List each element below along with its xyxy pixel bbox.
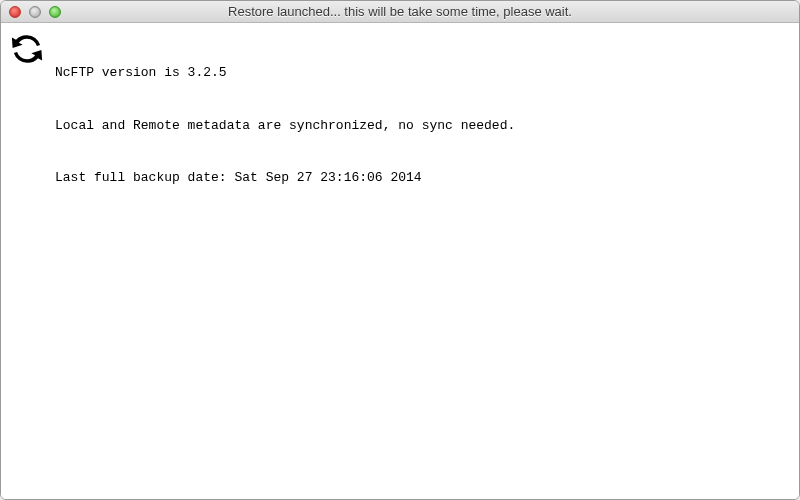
content-area: NcFTP version is 3.2.5 Local and Remote … [1, 23, 799, 499]
titlebar[interactable]: Restore launched... this will be take so… [1, 1, 799, 23]
window-title: Restore launched... this will be take so… [1, 4, 799, 19]
log-line: Last full backup date: Sat Sep 27 23:16:… [55, 169, 515, 187]
sync-icon [9, 31, 45, 71]
log-output: NcFTP version is 3.2.5 Local and Remote … [55, 29, 515, 222]
minimize-button[interactable] [29, 6, 41, 18]
close-button[interactable] [9, 6, 21, 18]
window-controls [1, 6, 61, 18]
log-line: Local and Remote metadata are synchroniz… [55, 117, 515, 135]
log-line: NcFTP version is 3.2.5 [55, 64, 515, 82]
app-window: Restore launched... this will be take so… [0, 0, 800, 500]
zoom-button[interactable] [49, 6, 61, 18]
